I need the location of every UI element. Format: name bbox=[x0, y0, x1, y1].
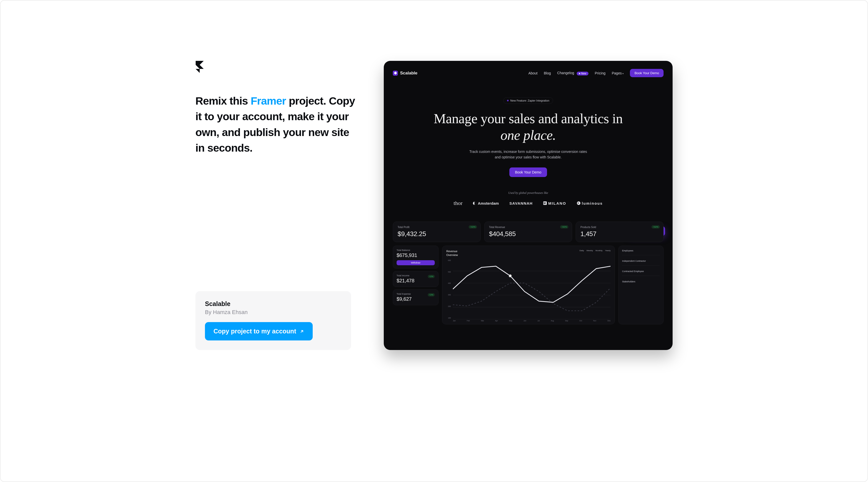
nav-changelog[interactable]: Changelog New bbox=[557, 71, 588, 76]
logo-milano: MMILANO bbox=[543, 201, 566, 205]
chart-tab-monthly[interactable]: Monthly bbox=[595, 249, 602, 252]
logo-row: thor Amsterdam SAVANNAH MMILANO +luminou… bbox=[454, 200, 603, 206]
chart-tab-weekly[interactable]: Weekly bbox=[586, 249, 593, 252]
plus-circle-icon: + bbox=[577, 201, 581, 205]
kpi-products-sold: Products Sold 1,457 +62% bbox=[576, 222, 663, 242]
hero-cta-button[interactable]: Book Your Demo bbox=[509, 167, 547, 177]
chevron-down-icon: ▾ bbox=[622, 72, 624, 75]
chart-title: RevenueOverview bbox=[446, 249, 458, 257]
nav-demo-button[interactable]: Book Your Demo bbox=[630, 69, 663, 77]
logo-savannah: SAVANNAH bbox=[509, 201, 532, 205]
logo-luminous: +luminous bbox=[577, 201, 603, 205]
half-circle-icon bbox=[473, 202, 476, 205]
framer-logo-icon bbox=[195, 61, 361, 73]
hero-subtext: Track custom events, increase form submi… bbox=[468, 149, 588, 160]
used-by-label: Used by global powerhouses like bbox=[508, 191, 548, 195]
logo-thor: thor bbox=[454, 200, 462, 206]
project-author: By Hamza Ehsan bbox=[205, 309, 342, 316]
withdraw-button[interactable]: Withdraw bbox=[397, 260, 435, 265]
legend-card: EmployeesIndependent ContractorContracte… bbox=[618, 246, 663, 324]
pct-badge: +62% bbox=[469, 225, 477, 229]
project-card: Scalable By Hamza Ehsan Copy project to … bbox=[195, 291, 351, 350]
legend-item: Stakeholders bbox=[622, 280, 660, 283]
svg-point-5 bbox=[509, 275, 512, 277]
nav-pages[interactable]: Pages▾ bbox=[612, 71, 624, 75]
kpi-total-revenue: Total Revenue $404,585 +62% bbox=[484, 222, 572, 242]
card-total-balance: Total Balance $675,931 Withdraw bbox=[393, 246, 438, 268]
new-badge: New bbox=[577, 72, 588, 76]
kpi-total-profit: Total Profit $9,432.25 +62% bbox=[393, 222, 481, 242]
preview-nav: About Blog Changelog New Pricing Pages▾ … bbox=[528, 69, 663, 77]
card-total-income: Total Income $21,478 +2% bbox=[393, 271, 438, 287]
pct-badge: +62% bbox=[651, 225, 660, 229]
chart-tab-daily[interactable]: Daily bbox=[580, 249, 584, 252]
hero-headline: Manage your sales and analytics in one p… bbox=[430, 110, 626, 144]
copy-project-button[interactable]: Copy project to my account bbox=[205, 322, 313, 340]
nav-pricing[interactable]: Pricing bbox=[595, 71, 606, 75]
legend-item: Contracted Employee bbox=[622, 270, 660, 276]
legend-item: Independent Contractor bbox=[622, 260, 660, 265]
card-total-expense: Total Expense $9,627 +2% bbox=[393, 289, 438, 305]
m-square-icon: M bbox=[543, 201, 547, 205]
project-title: Scalable bbox=[205, 300, 342, 308]
chart-tab-yearly[interactable]: Yearly bbox=[605, 249, 611, 252]
logo-amsterdam: Amsterdam bbox=[473, 201, 499, 205]
feature-pill[interactable]: New Feature: Zapier Integration bbox=[503, 97, 553, 104]
preview-brand: Scalable bbox=[393, 70, 417, 76]
nav-about[interactable]: About bbox=[528, 71, 538, 75]
framer-link[interactable]: Framer bbox=[251, 95, 286, 107]
site-preview-thumbnail: Scalable About Blog Changelog New Pricin… bbox=[384, 61, 673, 350]
remix-headline: Remix this Framer project. Copy it to yo… bbox=[195, 93, 356, 155]
brand-icon bbox=[393, 70, 398, 76]
nav-blog[interactable]: Blog bbox=[544, 71, 551, 75]
legend-item: Employees bbox=[622, 249, 660, 255]
pct-badge: +62% bbox=[560, 225, 568, 229]
chart-revenue-overview: RevenueOverview Daily Weekly Monthly Yea… bbox=[442, 246, 615, 324]
